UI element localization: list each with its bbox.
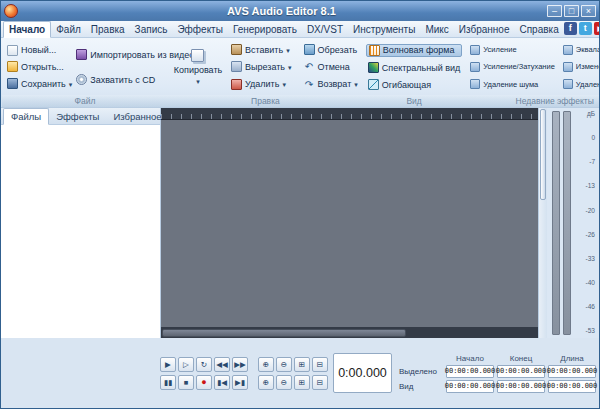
ribbon: Новый... Открыть... Сохранить — [1, 38, 599, 108]
waveform-panel — [161, 108, 538, 338]
vertical-zoom-in-button[interactable]: ⊕ — [258, 375, 274, 390]
selection-start-field[interactable]: 00:00:00.000 — [446, 365, 494, 378]
tab-mix[interactable]: Микс — [420, 22, 453, 37]
vertical-scrollbar-thumb[interactable] — [540, 109, 546, 200]
noise-removal-icon — [470, 79, 480, 89]
timeline-ruler[interactable] — [161, 108, 538, 120]
sidebar-tab-files[interactable]: Файлы — [3, 108, 49, 125]
ribbon-group-view: Волновая форма Спектральный вид Огибающа… — [363, 39, 466, 107]
zoom-full-button[interactable]: ⊟ — [312, 357, 328, 372]
sidebar: Файлы Эффекты Избранное — [1, 108, 161, 338]
zoom-in-button[interactable]: ⊕ — [258, 357, 274, 372]
level-meters: дБ 0 -7 -13 -20 -26 -33 -40 -46 -53 — [547, 108, 599, 338]
trim-icon — [304, 44, 315, 55]
amplify-button[interactable]: Усиление — [468, 45, 556, 55]
spectral-view-button[interactable]: Спектральный вид — [366, 62, 463, 73]
rewind-button[interactable]: ◀◀ — [214, 357, 230, 372]
fade-button[interactable]: Усиление/Затухание — [468, 62, 556, 72]
loop-button[interactable]: ↻ — [196, 357, 212, 372]
ribbon-group-recent-effects: Усиление Усиление/Затухание Удаление шум… — [465, 39, 600, 107]
level-meter-left — [552, 111, 560, 335]
column-start: Начало — [446, 354, 494, 363]
pause-button[interactable]: ▮▮ — [160, 375, 176, 390]
tab-generate[interactable]: Генерировать — [228, 22, 302, 37]
ruler-ticks — [161, 114, 538, 119]
tab-favorites[interactable]: Избранное — [454, 22, 515, 37]
trim-button[interactable]: Обрезать — [302, 44, 360, 55]
files-list — [1, 125, 160, 338]
column-end: Конец — [497, 354, 545, 363]
tab-record[interactable]: Запись — [130, 22, 173, 37]
copy-button[interactable]: Копировать — [171, 41, 225, 93]
tab-tools[interactable]: Инструменты — [348, 22, 420, 37]
stop-button[interactable]: ■ — [178, 375, 194, 390]
noise-removal-button[interactable]: Удаление шума — [468, 79, 556, 89]
record-button[interactable]: ● — [196, 375, 212, 390]
tempo-change-button[interactable]: Изменение темпа — [561, 62, 600, 72]
play-button[interactable]: ▶ — [160, 357, 176, 372]
tab-help[interactable]: Справка — [514, 22, 563, 37]
envelope-view-button[interactable]: Огибающая — [366, 79, 463, 90]
minimize-button[interactable]: – — [547, 5, 562, 17]
spectral-icon — [368, 62, 379, 73]
tab-home[interactable]: Начало — [3, 21, 51, 38]
paste-icon — [231, 44, 242, 55]
vertical-scrollbar[interactable] — [538, 108, 547, 338]
zoom-out-button[interactable]: ⊖ — [276, 357, 292, 372]
scissors-icon — [231, 61, 242, 72]
previous-button[interactable]: ▮◀ — [214, 375, 230, 390]
paste-button[interactable]: Вставить — [229, 44, 294, 55]
save-button[interactable]: Сохранить — [5, 78, 74, 89]
next-button[interactable]: ▶▮ — [232, 375, 248, 390]
view-length-field[interactable]: 00:00:00.000 — [548, 380, 596, 393]
tab-dxvst[interactable]: DX/VST — [302, 22, 348, 37]
redo-button[interactable]: ↷ Возврат — [302, 79, 360, 90]
view-start-field[interactable]: 00:00:00.000 — [446, 380, 494, 393]
waveform-canvas[interactable] — [161, 120, 538, 327]
equalizer-icon — [563, 45, 573, 55]
facebook-icon[interactable]: f — [564, 22, 577, 35]
youtube-icon[interactable]: ▶ — [594, 22, 600, 35]
menu-bar: Начало Файл Правка Запись Эффекты Генери… — [1, 21, 599, 38]
tab-effects[interactable]: Эффекты — [172, 22, 227, 37]
equalizer-button[interactable]: Эквалайзер — [561, 45, 600, 55]
app-window: AVS Audio Editor 8.1 – □ × Начало Файл П… — [0, 0, 600, 409]
waveform-view-button[interactable]: Волновая форма — [366, 44, 463, 57]
vertical-zoom-out-button[interactable]: ⊖ — [276, 375, 292, 390]
zoom-selection-button[interactable]: ⊞ — [294, 357, 310, 372]
open-folder-icon — [7, 61, 18, 72]
forward-button[interactable]: ▶▶ — [232, 357, 248, 372]
level-meter-right — [563, 111, 571, 335]
maximize-button[interactable]: □ — [564, 5, 579, 17]
silence-removal-button[interactable]: Удаление тишины — [561, 79, 600, 89]
position-fields: Начало Конец Длина Выделено 00:00:00.000… — [397, 354, 596, 393]
horizontal-scrollbar[interactable] — [161, 327, 538, 338]
transport-controls: ▶ ▷ ↻ ◀◀ ▶▶ ⊕ ⊖ ⊞ ⊟ ▮▮ ■ ● ▮◀ ▶▮ ⊕ ⊖ ⊞ — [160, 357, 328, 390]
twitter-icon[interactable]: t — [579, 22, 592, 35]
group-label-recent-effects: Недавние эффекты — [465, 95, 600, 107]
close-button[interactable]: × — [581, 5, 596, 17]
sidebar-tab-effects[interactable]: Эффекты — [49, 109, 106, 124]
vertical-zoom-selection-button[interactable]: ⊞ — [294, 375, 310, 390]
horizontal-scrollbar-thumb[interactable] — [162, 329, 406, 337]
delete-button[interactable]: Удалить — [229, 79, 294, 90]
cd-icon — [76, 74, 87, 85]
selection-end-field[interactable]: 00:00:00.000 — [497, 365, 545, 378]
view-end-field[interactable]: 00:00:00.000 — [497, 380, 545, 393]
redo-arrow-icon: ↷ — [304, 79, 315, 90]
ribbon-group-edit: Копировать Вставить Обрезать — [168, 39, 363, 107]
sidebar-tab-favorites[interactable]: Избранное — [106, 109, 168, 124]
vertical-zoom-full-button[interactable]: ⊟ — [312, 375, 328, 390]
view-row-label: Вид — [397, 382, 443, 391]
new-button[interactable]: Новый... — [5, 45, 74, 56]
play-selection-button[interactable]: ▷ — [178, 357, 194, 372]
selection-length-field[interactable]: 00:00:00.000 — [548, 365, 596, 378]
undo-button[interactable]: ↶ Отмена — [302, 61, 360, 72]
tab-file[interactable]: Файл — [51, 22, 86, 37]
column-length: Длина — [548, 354, 596, 363]
cut-button[interactable]: Вырезать — [229, 61, 294, 72]
main-content: Файлы Эффекты Избранное дБ 0 -7 — [1, 108, 599, 338]
tab-edit[interactable]: Правка — [86, 22, 130, 37]
titlebar: AVS Audio Editor 8.1 – □ × — [1, 1, 599, 21]
open-button[interactable]: Открыть... — [5, 61, 74, 72]
